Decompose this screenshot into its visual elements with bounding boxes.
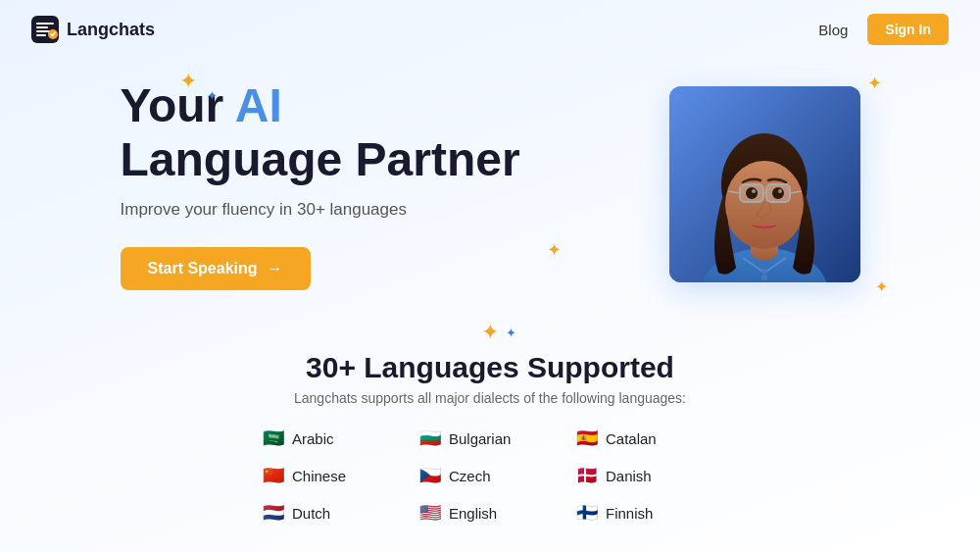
hero-title-suffix: Language Partner [121, 133, 520, 185]
languages-section: ✦ 30+ Languages Supported Langchats supp… [0, 320, 980, 547]
logo-text: Langchats [67, 20, 155, 40]
language-item: 🇳🇱Dutch [255, 498, 412, 527]
language-item: 🇨🇳Chinese [255, 461, 412, 490]
svg-point-17 [761, 275, 767, 280]
svg-point-18 [761, 269, 766, 274]
hero-left: ✦ ✦ Your AI Language Partner Improve you… [121, 78, 591, 290]
flag-icon: 🇳🇱 [263, 502, 284, 524]
section-sparkle-wrap: ✦ [39, 320, 941, 347]
language-item: 🇫🇮Finnish [568, 498, 725, 527]
logo-icon [31, 16, 59, 43]
language-name: Catalan [606, 430, 657, 447]
flag-icon: 🇫🇮 [576, 502, 598, 524]
hero-right: ✦ [669, 86, 860, 282]
svg-point-15 [752, 189, 756, 193]
language-name: Chinese [292, 468, 346, 484]
nav-right: Blog Sign In [818, 14, 949, 45]
section-description: Langchats supports all major dialects of… [39, 390, 941, 406]
language-name: Finnish [606, 505, 653, 522]
flag-icon: 🇸🇦 [263, 427, 284, 449]
svg-point-13 [746, 187, 758, 199]
sparkle-icon-tr: ✦ [867, 73, 882, 94]
logo: Langchats [31, 16, 155, 43]
blog-link[interactable]: Blog [818, 22, 848, 38]
language-item: 🇸🇦Arabic [255, 424, 412, 453]
language-item: 🇺🇸English [412, 498, 568, 527]
flag-icon: 🇧🇬 [419, 427, 441, 449]
svg-point-16 [778, 189, 782, 193]
svg-point-14 [772, 187, 784, 199]
svg-rect-0 [31, 16, 59, 43]
flag-icon: 🇪🇸 [576, 427, 598, 449]
ai-avatar [669, 86, 860, 282]
flag-icon: 🇨🇳 [263, 465, 284, 486]
language-name: Danish [606, 468, 652, 484]
language-item: 🇨🇿Czech [412, 461, 568, 490]
section-title: 30+ Languages Supported [39, 351, 941, 384]
language-item: 🇩🇰Danish [568, 461, 725, 490]
navbar: Langchats Blog Sign In [0, 0, 980, 59]
hero-title-ai: AI [235, 79, 282, 131]
arrow-icon: → [268, 260, 283, 277]
sparkle-icon-3: ✦ [547, 239, 562, 261]
start-speaking-button[interactable]: Start Speaking → [121, 247, 311, 290]
hero-section: ✦ ✦ Your AI Language Partner Improve you… [0, 59, 980, 320]
language-name: English [449, 505, 497, 522]
flag-icon: 🇺🇸 [419, 502, 441, 524]
language-item: 🇧🇬Bulgarian [412, 424, 568, 453]
language-name: Arabic [292, 430, 334, 447]
language-name: Czech [449, 468, 491, 484]
language-name: Dutch [292, 505, 330, 522]
signin-button[interactable]: Sign In [867, 14, 949, 45]
sparkle-icon-br: ✦ [875, 277, 888, 296]
hero-title: Your AI Language Partner [121, 78, 591, 186]
hero-title-prefix: Your [121, 79, 235, 131]
language-name: Bulgarian [449, 430, 511, 447]
flag-icon: 🇩🇰 [576, 465, 598, 486]
language-item: 🇪🇸Catalan [568, 424, 725, 453]
svg-point-7 [725, 161, 804, 247]
start-speaking-label: Start Speaking [148, 260, 258, 277]
languages-grid: 🇸🇦Arabic🇧🇬Bulgarian🇪🇸Catalan🇨🇳Chinese🇨🇿C… [39, 424, 941, 527]
section-sparkle-icon: ✦ [481, 320, 499, 345]
hero-subtitle: Improve your fluency in 30+ languages [121, 200, 591, 220]
flag-icon: 🇨🇿 [419, 465, 441, 486]
